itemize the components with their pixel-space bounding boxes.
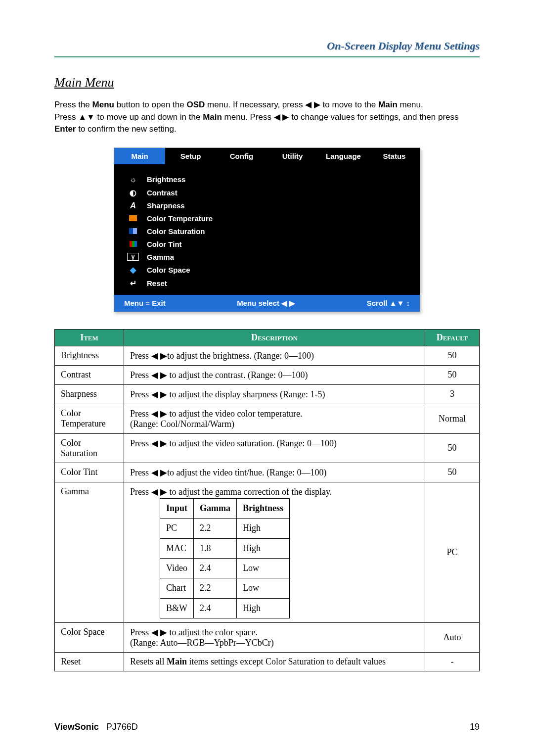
arrow-lr-icon: ◀ ▶ [151,438,168,448]
osd-tab-setup[interactable]: Setup [165,148,216,164]
arrow-lr-icon: ◀ ▶ [151,627,168,637]
gamma-sub-header: Input Gamma Brightness [160,498,290,518]
desc-text: to adjust the video tint/hue. (Range: 0—… [167,468,326,477]
desc-text: items settings except Color Saturation t… [187,657,386,666]
intro-paragraph: Press the Menu button to open the OSD me… [54,99,480,136]
gamma-row: Chart2.2Low [160,578,290,598]
cell-desc: Press ◀ ▶ to adjust the gamma correction… [124,482,425,622]
g-c2: 2.2 [194,519,237,538]
cell-default: PC [425,482,480,622]
osd-item-label: Reset [147,279,167,287]
cell-default: Auto [425,623,480,653]
intro-text: Press the [54,100,92,109]
osd-tab-config[interactable]: Config [216,148,267,164]
col-description: Description [124,329,425,346]
col-default: Default [425,329,480,346]
intro-text: to move up and down in the [95,112,203,122]
intro-main2: Main [203,112,222,122]
arrow-lr-icon: ◀ ▶ [151,370,168,380]
gamma-col-gamma: Gamma [194,498,237,518]
cell-item: Color Temperature [55,404,124,433]
osd-item-contrast[interactable]: ◐Contrast [123,186,411,199]
arrow-up-down-icon: ▲▼ [78,112,95,122]
osd-screenshot: Main Setup Config Utility Language Statu… [114,147,420,312]
cell-desc: Press ◀ ▶ to adjust the video color temp… [124,404,425,433]
osd-item-label: Brightness [147,175,185,184]
desc-text: to adjust the display sharpness (Range: … [167,389,325,399]
g-c1: Chart [160,578,194,598]
osd-item-label: Color Space [147,266,190,274]
cell-item: Contrast [55,365,124,384]
osd-tab-status[interactable]: Status [369,148,420,164]
osd-item-gamma[interactable]: γGamma [123,251,411,263]
footer-left: ViewSonic PJ766D [54,722,138,732]
cell-default: 3 [425,384,480,404]
g-c2: 2.2 [194,578,237,598]
intro-enter: Enter [54,124,76,134]
intro-text: Press [54,112,78,122]
desc-text: Press [130,487,151,497]
g-c3: High [237,538,290,558]
osd-tab-utility[interactable]: Utility [267,148,318,164]
osd-footer-right: Scroll ▲▼ ↕ [367,299,410,308]
intro-text: menu. Press [222,112,274,122]
table-row: Color Temperature Press ◀ ▶ to adjust th… [55,404,480,433]
gamma-row: Video2.4Low [160,559,290,578]
osd-item-label: Sharpness [147,201,185,210]
osd-item-label: Color Temperature [147,214,213,223]
osd-item-label: Gamma [147,253,174,261]
table-row: Sharpness Press ◀ ▶ to adjust the displa… [55,384,480,404]
osd-item-color-tint[interactable]: Color Tint [123,238,411,251]
g-c3: Low [237,578,290,598]
brightness-icon: ☼ [127,175,139,184]
osd-tab-main[interactable]: Main [114,148,165,164]
cell-desc: Press ◀ ▶to adjust the brightness. (Rang… [124,346,425,365]
intro-text: menu. If necessary, press [205,100,305,109]
sharpness-icon: A [127,201,139,210]
footer-brand: ViewSonic [54,722,99,732]
g-c2: 1.8 [194,538,237,558]
osd-item-sharpness[interactable]: ASharpness [123,199,411,212]
g-c3: High [237,519,290,538]
cell-item: Brightness [55,346,124,365]
cell-desc: Press ◀ ▶to adjust the video tint/hue. (… [124,463,425,482]
table-row: Brightness Press ◀ ▶to adjust the bright… [55,346,480,365]
gamma-icon: γ [127,253,139,261]
intro-text: button to open the [114,100,187,109]
settings-table: Item Description Default Brightness Pres… [54,329,480,671]
table-row: Color Space Press ◀ ▶ to adjust the colo… [55,623,480,653]
osd-item-color-temp[interactable]: Color Temperature [123,212,411,225]
cell-desc: Resets all Main items settings except Co… [124,653,425,671]
cell-item: Color Saturation [55,433,124,463]
gamma-row: MAC1.8High [160,538,290,558]
header-title: On-Screen Display Menu Settings [54,40,480,57]
desc-text: to adjust the gamma correction of the di… [167,487,332,497]
desc-text: Press [130,389,151,399]
intro-menu: Menu [92,100,114,109]
cell-default: 50 [425,346,480,365]
section-title: Main Menu [54,75,480,90]
osd-item-brightness[interactable]: ☼Brightness [123,173,411,186]
g-c3: High [237,598,290,618]
osd-item-reset[interactable]: ↵Reset [123,277,411,290]
color-tint-icon [127,240,139,249]
arrow-lr-icon: ◀ ▶ [151,389,168,399]
arrow-lr-icon: ◀ ▶ [151,468,168,477]
osd-footer-left: Menu = Exit [124,299,166,308]
cell-default: 50 [425,365,480,384]
osd-item-color-space[interactable]: ◆Color Space [123,263,411,277]
color-saturation-icon [127,227,139,236]
g-c1: B&W [160,598,194,618]
cell-default: Normal [425,404,480,433]
cell-item: Color Space [55,623,124,653]
intro-osd: OSD [186,100,205,109]
table-row: Color Tint Press ◀ ▶to adjust the video … [55,463,480,482]
osd-footer-mid: Menu select ◀ ▶ [237,299,295,308]
osd-item-color-sat[interactable]: Color Saturation [123,225,411,238]
g-c2: 2.4 [194,598,237,618]
osd-tab-language[interactable]: Language [318,148,369,164]
g-c1: MAC [160,538,194,558]
desc-text: Resets all [130,657,167,666]
osd-footer: Menu = Exit Menu select ◀ ▶ Scroll ▲▼ ↕ [114,295,420,312]
desc-text: to adjust the brightness. (Range: 0—100) [167,351,314,361]
